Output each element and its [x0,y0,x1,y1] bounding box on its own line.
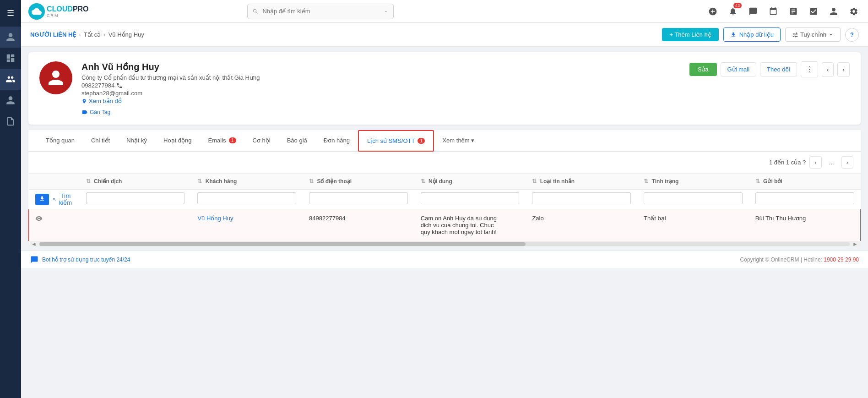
menu-icon[interactable]: ☰ [2,4,19,23]
col-noi-dung: ⇅ Nội dung [414,174,526,190]
tab-tong-quan[interactable]: Tổng quan [38,130,83,151]
prev-button[interactable]: ‹ [822,62,834,77]
customize-button[interactable]: Tuỳ chỉnh [785,27,841,42]
search-box[interactable] [247,4,394,19]
phone-icon [116,82,123,89]
profile-company: Công ty Cổ phần đầu tư thương mại và sản… [81,74,680,81]
prev-page-button[interactable]: ‹ [809,156,821,169]
tasks-icon-btn[interactable] [807,5,820,18]
chat-icon-btn[interactable] [746,5,760,18]
scroll-bar[interactable]: ◄ ► [28,241,861,247]
tab-don-hang[interactable]: Đơn hàng [315,130,358,151]
tab-hoat-dong[interactable]: Hoạt động [155,130,200,151]
sidebar-item-person[interactable] [0,90,21,111]
upload-button[interactable] [35,194,49,205]
tag-button[interactable]: Gán Tag [81,109,110,115]
tab-nhat-ky[interactable]: Nhật ký [118,130,155,151]
dropdown-icon [383,9,389,14]
import-data-button[interactable]: Nhập dữ liệu [723,27,781,42]
user-icon-btn[interactable] [827,5,841,18]
person-icon [5,95,16,105]
search-tinh-trang[interactable] [644,192,743,204]
pagination-info: 1 đến 1 của ? [769,159,806,166]
upload-icon [39,196,45,202]
breadcrumb-actions: + Thêm Liên hệ Nhập dữ liệu Tuỳ chỉnh ? [662,27,859,42]
profile-name: Anh Vũ Hồng Huy [81,61,680,72]
search-gui-boi[interactable] [755,192,854,204]
table-container: 1 đến 1 của ? ‹ ... › ⇅ Chiến dịch ⇅ Khá… [28,152,861,241]
search-noi-dung-cell [414,190,526,209]
add-contact-button[interactable]: + Thêm Liên hệ [662,28,718,41]
breadcrumb-level1[interactable]: Tất cả [84,31,101,38]
add-icon-btn[interactable] [706,5,720,18]
more-options-button[interactable]: ⋮ [801,61,818,77]
sidebar-item-contacts[interactable] [0,27,21,48]
profile-tag: Gán Tag [81,109,680,115]
tab-lich-su-sms[interactable]: Lịch sử SMS/OTT1 [358,130,434,152]
tab-bao-gia[interactable]: Báo giá [279,130,315,151]
search-khach-hang[interactable] [197,192,296,204]
topbar-icons: 43 [706,5,861,18]
data-table: ⇅ Chiến dịch ⇅ Khách hàng ⇅ Số điện thoạ… [28,174,861,241]
breadcrumb-level2[interactable]: Vũ Hồng Huy [108,31,144,38]
row-eye-cell [29,209,80,241]
profile-email: stephan28@gmail.com [81,90,680,97]
table-toolbar: 1 đến 1 của ? ‹ ... › [28,152,861,174]
breadcrumb-module[interactable]: NGƯỜI LIÊN HỆ [30,31,76,38]
search-so-dien-thoai[interactable] [309,192,408,204]
sidebar-item-people[interactable] [0,69,21,90]
col-loai-tin-nhan-label: Loại tin nhắn [540,178,575,185]
follow-button[interactable]: Theo dõi [760,62,797,76]
next-page-button[interactable]: › [841,156,853,169]
row-chien-dich [80,209,191,241]
search-input[interactable] [262,8,380,15]
sidebar-item-doc[interactable] [0,111,21,132]
logo-icon [28,3,45,20]
row-loai-tin-nhan: Zalo [526,209,637,241]
logo-text: CLOUDPRO CRM [47,5,89,18]
search-btn-label: Tìm kiếm [58,192,73,206]
eye-icon[interactable] [35,217,43,224]
scroll-left-arrow[interactable]: ◄ [28,241,39,247]
footer-copyright-area: Copyright © OnlineCRM | Hotline: 1900 29… [740,256,859,263]
import-btn-label: Nhập dữ liệu [739,31,774,38]
col-so-dien-thoai: ⇅ Số điện thoại [303,174,414,190]
table-header-row: ⇅ Chiến dịch ⇅ Khách hàng ⇅ Số điện thoạ… [29,174,861,190]
table-row[interactable]: Vũ Hồng Huy 84982277984 Cam on Anh Huy d… [29,209,861,241]
doc-icon [5,116,16,126]
calendar-icon-btn[interactable] [766,5,780,18]
scroll-thumb[interactable] [39,242,526,246]
tab-emails[interactable]: Emails1 [200,130,244,151]
search-noi-dung[interactable] [421,192,520,204]
scroll-track [39,242,850,246]
tab-chi-tiet[interactable]: Chi tiết [83,130,118,151]
edit-button[interactable]: Sửa [689,63,717,76]
row-gui-boi: Bùi Thị Thu Hương [749,209,861,241]
avatar [39,61,72,94]
tab-xem-them[interactable]: Xem thêm ▾ [434,130,483,151]
sidebar-item-dashboard[interactable] [0,48,21,69]
settings-icon-btn[interactable] [847,5,861,18]
table-body: Tìm kiếm [29,190,861,241]
col-tinh-trang-label: Tình trạng [651,178,678,185]
search-loai-tin-nhan-cell [526,190,637,209]
scroll-right-arrow[interactable]: ► [850,241,861,247]
notification-btn[interactable]: 43 [726,5,740,18]
col-action [29,174,80,190]
profile-location[interactable]: Xem bản đồ [81,98,680,104]
more-pages-button[interactable]: ... [825,157,838,168]
col-so-dien-thoai-label: Số điện thoại [317,178,352,185]
tab-co-hoi[interactable]: Cơ hội [244,130,279,151]
search-loai-tin-nhan[interactable] [532,192,631,204]
send-mail-button[interactable]: Gửi mail [721,62,756,76]
profile-actions: Sửa Gửi mail Theo dõi ⋮ ‹ › [689,61,850,77]
next-button[interactable]: › [837,62,850,77]
chart-icon-btn[interactable] [787,5,800,18]
table-header: ⇅ Chiến dịch ⇅ Khách hàng ⇅ Số điện thoạ… [29,174,861,190]
col-chien-dich-label: Chiến dịch [94,178,122,185]
row-khach-hang[interactable]: Vũ Hồng Huy [191,209,303,241]
footer-chat[interactable]: Bot hỗ trợ sử dụng trực tuyến 24/24 [30,256,130,264]
help-button[interactable]: ? [845,28,859,42]
search-chien-dich[interactable] [86,192,185,204]
search-button[interactable]: Tìm kiếm [53,192,73,206]
